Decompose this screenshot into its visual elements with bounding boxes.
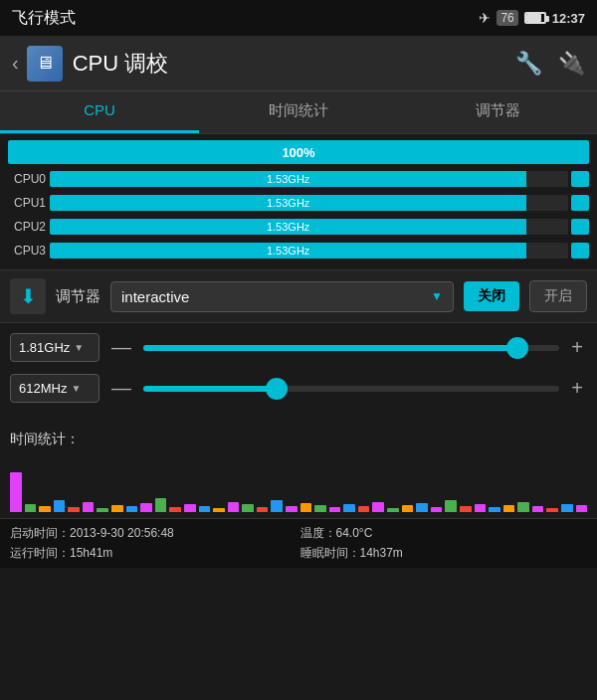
cpu0-freq: 1.53GHz bbox=[267, 173, 309, 185]
frequency-chart bbox=[10, 454, 587, 514]
max-freq-slider-thumb[interactable] bbox=[506, 337, 528, 359]
airplane-icon: ✈ bbox=[479, 10, 491, 26]
sleep-time-label: 睡眠时间： bbox=[300, 546, 360, 560]
cpu3-bar: 1.53GHz bbox=[50, 243, 568, 259]
chart-bar bbox=[329, 507, 341, 512]
cpu3-freq: 1.53GHz bbox=[267, 245, 309, 257]
governor-label: 调节器 bbox=[56, 287, 100, 306]
max-freq-dropdown[interactable]: 1.81GHz ▼ bbox=[10, 333, 100, 362]
min-freq-plus-button[interactable]: + bbox=[567, 377, 587, 400]
chart-bar bbox=[68, 507, 80, 512]
min-freq-minus-button[interactable]: — bbox=[107, 377, 135, 400]
plugin-icon[interactable]: 🔌 bbox=[558, 51, 585, 77]
cpu2-row: CPU2 1.53GHz bbox=[8, 216, 589, 238]
tab-cpu[interactable]: CPU bbox=[0, 91, 199, 133]
min-freq-arrow-icon: ▼ bbox=[71, 383, 81, 394]
total-usage-bar: 100% bbox=[8, 140, 589, 164]
min-freq-slider-thumb[interactable] bbox=[266, 378, 288, 400]
chart-bar bbox=[213, 508, 225, 512]
chart-bar bbox=[475, 504, 487, 512]
chart-bar bbox=[228, 502, 240, 512]
app-icon: 🖥 bbox=[27, 46, 63, 82]
chart-bar bbox=[184, 504, 196, 512]
cpu2-corner bbox=[571, 219, 589, 235]
time-stats-title: 时间统计： bbox=[10, 431, 587, 448]
cpu3-row: CPU3 1.53GHz bbox=[8, 240, 589, 262]
cpu0-fill: 1.53GHz bbox=[50, 171, 526, 187]
status-bar: 飞行模式 ✈ 76 12:37 bbox=[0, 0, 597, 36]
chart-bar bbox=[271, 500, 283, 512]
chart-bar bbox=[387, 508, 399, 512]
max-freq-slider-track[interactable] bbox=[143, 345, 559, 351]
governor-section: ⬇ 调节器 interactive ▼ 关闭 开启 bbox=[0, 269, 597, 323]
cpu2-fill: 1.53GHz bbox=[50, 219, 526, 235]
boot-time-value: 2013-9-30 20:56:48 bbox=[70, 526, 174, 540]
cpu0-corner bbox=[571, 171, 589, 187]
off-button[interactable]: 关闭 bbox=[464, 281, 519, 311]
tab-time-stats[interactable]: 时间统计 bbox=[199, 91, 398, 133]
max-freq-value: 1.81GHz bbox=[19, 340, 70, 355]
chart-bar bbox=[445, 500, 457, 512]
chart-bar bbox=[576, 505, 588, 512]
chart-bar bbox=[54, 500, 66, 512]
chart-bar bbox=[416, 503, 428, 512]
governor-mode-text: interactive bbox=[121, 288, 189, 305]
sleep-time-value: 14h37m bbox=[360, 546, 403, 560]
chart-bar bbox=[503, 505, 515, 512]
download-icon: ⬇ bbox=[10, 278, 46, 314]
chart-bar bbox=[546, 508, 558, 512]
cpu2-label: CPU2 bbox=[8, 220, 46, 234]
temp-label: 温度： bbox=[300, 526, 336, 540]
max-freq-minus-button[interactable]: — bbox=[107, 336, 135, 359]
chevron-down-icon: ▼ bbox=[431, 289, 443, 303]
footer-info: 启动时间：2013-9-30 20:56:48 温度：64.0°C 运行时间：1… bbox=[0, 518, 597, 568]
battery-icon bbox=[524, 12, 546, 24]
run-time-label: 运行时间： bbox=[10, 546, 70, 560]
governor-dropdown[interactable]: interactive ▼ bbox=[110, 281, 454, 312]
chart-bar bbox=[25, 504, 37, 512]
min-freq-dropdown[interactable]: 612MHz ▼ bbox=[10, 374, 100, 403]
chart-bar bbox=[111, 505, 123, 512]
max-freq-slider-fill bbox=[143, 345, 517, 351]
settings-icon[interactable]: 🔧 bbox=[515, 51, 542, 77]
min-freq-slider-track[interactable] bbox=[143, 386, 559, 392]
chart-bar bbox=[402, 505, 414, 512]
chart-bar bbox=[10, 472, 22, 512]
cpu1-bar: 1.53GHz bbox=[50, 195, 568, 211]
cpu3-label: CPU3 bbox=[8, 244, 46, 258]
chart-bar bbox=[343, 504, 355, 512]
chart-bar bbox=[286, 506, 298, 512]
chart-bar bbox=[431, 507, 443, 512]
chart-bar bbox=[97, 508, 108, 512]
battery-badge: 76 bbox=[497, 10, 517, 26]
run-time-value: 15h41m bbox=[70, 546, 112, 560]
boot-time-item: 启动时间：2013-9-30 20:56:48 bbox=[10, 525, 298, 542]
cpu0-row: CPU0 1.53GHz bbox=[8, 168, 589, 190]
chart-bar bbox=[372, 502, 384, 512]
header-title: CPU 调校 bbox=[73, 49, 515, 79]
status-left-text: 飞行模式 bbox=[12, 8, 76, 29]
chart-bar bbox=[314, 505, 326, 512]
chart-bar bbox=[140, 503, 152, 512]
chart-bar bbox=[199, 506, 211, 512]
max-freq-plus-button[interactable]: + bbox=[567, 336, 587, 359]
chart-bar bbox=[83, 502, 95, 512]
cpu0-label: CPU0 bbox=[8, 172, 46, 186]
app-header: ‹ 🖥 CPU 调校 🔧 🔌 bbox=[0, 36, 597, 91]
sleep-time-item: 睡眠时间：14h37m bbox=[300, 545, 588, 562]
tab-governor[interactable]: 调节器 bbox=[398, 91, 597, 133]
cpu1-corner bbox=[571, 195, 589, 211]
chart-bar bbox=[358, 506, 370, 512]
on-button[interactable]: 开启 bbox=[529, 280, 587, 312]
sliders-section: 1.81GHz ▼ — + 612MHz ▼ — + bbox=[0, 323, 597, 425]
temp-item: 温度：64.0°C bbox=[300, 525, 588, 542]
max-freq-arrow-icon: ▼ bbox=[74, 342, 84, 353]
chart-bar bbox=[169, 507, 181, 512]
chart-bar bbox=[489, 507, 500, 512]
min-freq-slider-fill bbox=[143, 386, 277, 392]
back-button[interactable]: ‹ bbox=[12, 52, 19, 75]
chart-bar bbox=[300, 503, 312, 512]
cpu3-corner bbox=[571, 243, 589, 259]
cpu1-row: CPU1 1.53GHz bbox=[8, 192, 589, 214]
status-right: ✈ 76 12:37 bbox=[479, 10, 585, 26]
